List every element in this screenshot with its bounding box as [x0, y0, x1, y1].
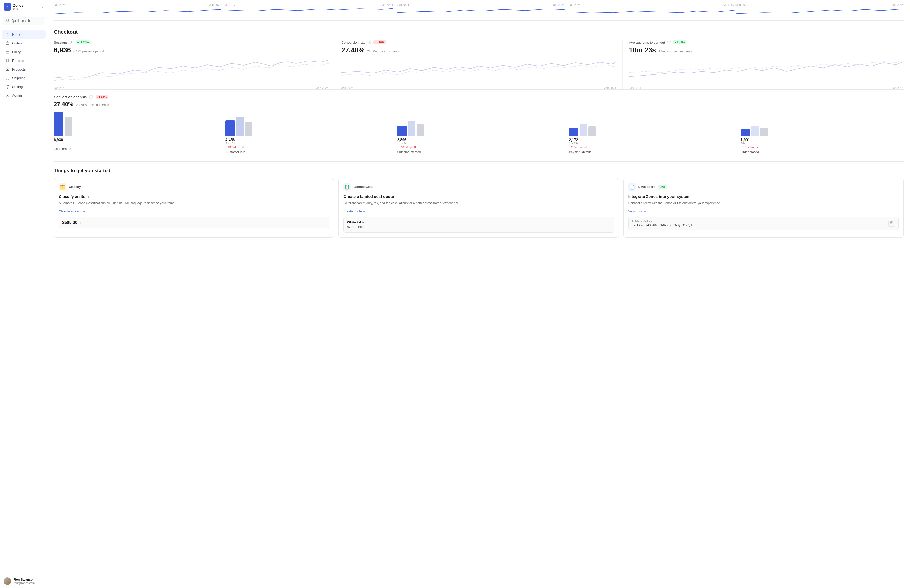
developers-desc: Connect directly with the Zonos API to c… — [628, 201, 899, 206]
landed-link[interactable]: Create quote → — [343, 210, 614, 213]
funnel-payment-drop: ↓25% drop off — [569, 145, 732, 149]
mini-chart-3: Jan 2024Jan 2024 — [397, 3, 569, 16]
sessions-badge: +12.24% — [76, 40, 91, 44]
mini-chart-1-date-start: Jan 2024Jan 2024 — [54, 3, 221, 6]
landed-product-price: 69.00 USD — [347, 225, 610, 229]
sidebar-item-billing-label: Billing — [12, 50, 21, 54]
mini-chart-5-svg — [736, 7, 904, 15]
mini-chart-4-svg — [569, 7, 736, 15]
sidebar-item-orders[interactable]: Orders — [2, 39, 45, 47]
landed-desc: Get transparent duty, tax, and fee calcu… — [343, 201, 614, 206]
avg-time-prev: 12m 56s previous period — [659, 50, 693, 53]
avg-time-chart-end: Jan 2024 — [892, 86, 904, 89]
things-section: Things to get you started 🗂️ Classify Cl… — [54, 168, 904, 237]
shipping-icon — [5, 76, 10, 80]
funnel-customer-count: 4,456 — [225, 138, 388, 142]
funnel-order-count: 1,901 — [741, 138, 904, 142]
sessions-prev: 6,124 previous period — [73, 50, 104, 53]
funnel-cart-label: Cart created — [54, 147, 217, 151]
api-key-value: pk_live_243u48239h82hf239h9jf3920jf — [632, 223, 693, 227]
metrics-row: Sessions i +12.24% 6,936 6,124 previous … — [54, 40, 904, 90]
sessions-label: Sessions — [54, 40, 68, 44]
conversion-chart — [341, 57, 616, 86]
avg-time-chart — [629, 57, 904, 86]
developers-icon: 📄 — [628, 183, 636, 191]
mini-chart-2-dates: Jan 2024Jan 2024 — [225, 3, 393, 6]
sidebar-item-home[interactable]: Home — [2, 30, 45, 39]
conversion-value: 27.40% — [341, 46, 364, 54]
classify-price: $505.00 ↑ — [62, 220, 326, 225]
funnel-cart-dash: – — [54, 142, 217, 145]
funnel-order-drop: ↓30% drop off — [741, 145, 904, 149]
copy-api-key-button[interactable] — [888, 220, 895, 227]
quick-search-label: Quick search — [11, 19, 30, 23]
sidebar-item-products[interactable]: Products — [2, 65, 45, 73]
svg-point-10 — [8, 79, 9, 79]
quick-search-button[interactable]: Quick search — [3, 16, 44, 25]
svg-point-12 — [7, 94, 8, 95]
avg-time-value: 10m 23s — [629, 46, 656, 54]
sidebar: Z Zonos 909 ⌄ Quick search Home — [0, 0, 47, 588]
conversion-info-icon: i — [368, 40, 371, 44]
mini-chart-2: Jan 2024Jan 2024 — [225, 3, 397, 16]
funnel-order-bar-main — [741, 129, 750, 136]
funnel-order-bar-light — [752, 126, 759, 136]
sessions-chart-start: Jan 2024 — [54, 86, 66, 89]
funnel-shipping-count: 2,896 — [397, 138, 560, 142]
avg-time-chart-start: Jan 2024 — [629, 86, 641, 89]
mini-chart-4-dates: Jan 2024Jan 2024 — [569, 3, 736, 6]
checkout-section-title: Checkout — [54, 27, 904, 35]
funnel-order-time: 56s — [741, 142, 904, 145]
classify-desc: Automate HS code classifications by usin… — [59, 201, 329, 206]
conv-analysis-value: 27.40% — [54, 101, 73, 108]
landed-product-name: White tshirt — [347, 220, 610, 224]
sidebar-item-admin[interactable]: Admin — [2, 91, 45, 100]
sessions-chart-end: Jan 2024 — [317, 86, 328, 89]
classify-tag: Classify — [69, 185, 81, 189]
brand-info: Zonos 909 — [13, 3, 23, 11]
classify-name: Classify an item — [59, 194, 329, 199]
search-area: Quick search — [0, 14, 47, 28]
user-profile[interactable]: Ron Swanson ron@zonos.com — [0, 574, 47, 588]
classify-link[interactable]: Classify an item → — [59, 210, 329, 213]
funnel-customer-label: Customer info — [225, 150, 388, 154]
conversion-label: Conversion rate — [341, 40, 365, 44]
classify-arrow-icon: → — [82, 210, 85, 213]
sidebar-item-billing[interactable]: Billing — [2, 48, 45, 56]
sidebar-item-reports[interactable]: Reports — [2, 57, 45, 65]
svg-point-11 — [7, 86, 8, 87]
sidebar-item-settings[interactable]: Settings — [2, 82, 45, 91]
funnel-cart-bar-main — [54, 112, 63, 136]
funnel-payment-label: Payment details — [569, 150, 732, 154]
svg-rect-2 — [6, 42, 9, 44]
conversion-chart-start: Jan 2024 — [341, 86, 353, 89]
svg-rect-13 — [891, 222, 893, 224]
chevron-down-icon[interactable]: ⌄ — [41, 5, 44, 9]
brand: Z Zonos 909 — [4, 3, 23, 11]
sidebar-item-settings-label: Settings — [12, 85, 24, 89]
developers-link[interactable]: View docs → — [628, 210, 899, 213]
svg-line-1 — [8, 21, 9, 22]
funnel-order-label: Order placed — [741, 150, 904, 154]
user-info: Ron Swanson ron@zonos.com — [14, 578, 35, 585]
developers-arrow-icon: → — [643, 210, 647, 213]
landed-icon: 🌐 — [343, 183, 351, 191]
sidebar-item-shipping[interactable]: Shipping — [2, 74, 45, 82]
brand-number: 909 — [13, 7, 23, 11]
mini-chart-3-svg — [397, 7, 564, 15]
reports-icon — [5, 58, 10, 63]
mini-chart-1-svg — [54, 7, 221, 15]
conv-analysis-prev: 28.60% previous period — [76, 103, 109, 107]
home-icon — [5, 32, 10, 37]
developers-tag: Developers — [638, 185, 655, 189]
funnel-cart-count: 6,936 — [54, 138, 217, 142]
mini-chart-2-svg — [225, 7, 393, 15]
feature-card-classify: 🗂️ Classify Classify an item Automate HS… — [54, 178, 334, 237]
svg-rect-8 — [5, 77, 8, 79]
avg-time-badge: +2.43% — [673, 40, 687, 44]
funnel-cart-bar-prev — [65, 116, 72, 136]
feature-cards-row: 🗂️ Classify Classify an item Automate HS… — [54, 178, 904, 237]
api-key-row: Publishable key pk_live_243u48239h82hf23… — [628, 217, 899, 230]
funnel-shipping-bar-prev — [417, 124, 424, 136]
avg-time-label: Average time to convert — [629, 40, 665, 44]
